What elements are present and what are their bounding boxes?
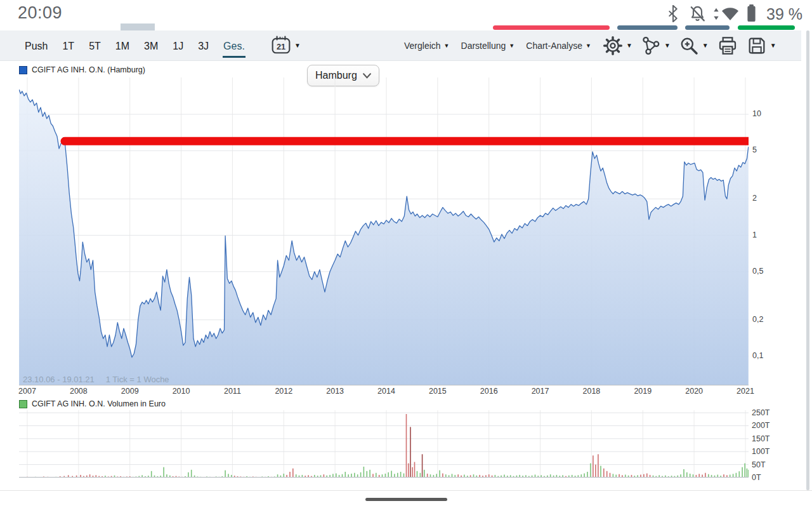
indicator-tools-button[interactable]: ▼ (641, 36, 671, 56)
chart-toolbar: Push1T5T1M3M1J3JGes. 21 ▼ Hamburg Vergle… (0, 30, 801, 61)
caret-down-icon: ▼ (294, 42, 301, 49)
toolbar-pull-tab[interactable] (121, 23, 155, 30)
home-indicator[interactable] (365, 498, 447, 501)
gear-icon (603, 36, 623, 56)
battery-percent: 39 % (766, 5, 802, 23)
price-chart[interactable] (19, 77, 749, 385)
period-tab-1m[interactable]: 1M (115, 33, 130, 58)
toolbar-menus: Vergleich▼Darstellung▼Chart-Analyse▼ (404, 30, 591, 60)
calendar-day: 21 (277, 42, 285, 51)
period-tab-ges[interactable]: Ges. (223, 33, 246, 58)
bluetooth-icon (668, 5, 678, 22)
x-axis-year-tick: 2008 (66, 387, 91, 396)
battery-icon (746, 4, 757, 22)
volume-y-tick: 50T (752, 460, 766, 469)
price-y-tick: 5 (752, 145, 757, 154)
menu-darstellung[interactable]: Darstellung▼ (461, 41, 515, 51)
bottom-divider (0, 490, 812, 491)
volume-chart[interactable] (19, 410, 749, 478)
volume-y-tick: 250T (752, 408, 770, 417)
price-y-tick: 10 (752, 109, 761, 118)
save-icon (747, 36, 767, 56)
x-axis-year-tick: 2019 (630, 387, 655, 396)
x-axis-year-tick: 2018 (579, 387, 604, 396)
status-time: 20:09 (18, 3, 62, 23)
period-tab-3j[interactable]: 3J (197, 33, 209, 58)
caret-down-icon: ▼ (702, 42, 709, 49)
pill-red (493, 25, 610, 30)
period-tabs: Push1T5T1M3M1J3JGes. (24, 30, 246, 60)
x-axis-year-tick: 2010 (169, 387, 194, 396)
period-tab-3m[interactable]: 3M (143, 33, 159, 58)
x-axis-year-tick: 2012 (271, 387, 296, 396)
scrollbar[interactable] (806, 30, 809, 490)
period-tab-5t[interactable]: 5T (88, 33, 102, 58)
price-legend-label: CGIFT AG INH. O.N. (Hamburg) (32, 65, 145, 74)
volume-y-tick: 150T (752, 434, 770, 443)
print-button[interactable] (717, 36, 738, 56)
caret-down-icon: ▼ (444, 43, 450, 49)
price-y-tick: 0,5 (752, 267, 763, 276)
x-axis-year-tick: 2014 (374, 387, 399, 396)
x-axis-year-tick: 2021 (733, 387, 758, 396)
price-legend-swatch (19, 66, 27, 74)
wifi-icon (721, 6, 740, 22)
menu-chart-analyse[interactable]: Chart-Analyse▼ (526, 41, 591, 51)
x-axis-year-tick: 2013 (322, 387, 348, 396)
menu-label: Chart-Analyse (526, 41, 582, 51)
price-legend: CGIFT AG INH. O.N. (Hamburg) (19, 65, 145, 74)
period-tab-push[interactable]: Push (24, 33, 48, 58)
data-transfer-icon (713, 6, 719, 22)
zoom-in-icon (679, 36, 699, 56)
indicator-tools-icon (641, 36, 661, 56)
x-axis-year-tick: 2017 (528, 387, 553, 396)
period-tab-1t[interactable]: 1T (62, 33, 75, 58)
pill-green (738, 25, 795, 30)
caret-down-icon: ▼ (664, 42, 671, 49)
x-axis-year-tick: 2011 (219, 387, 245, 396)
x-axis-year-tick: 2016 (476, 387, 502, 396)
menu-vergleich[interactable]: Vergleich▼ (404, 41, 450, 51)
calendar-icon: 21 (271, 36, 291, 55)
volume-legend: CGIFT AG INH. O.N. Volumen in Euro (19, 399, 166, 408)
app-screen: 20:09 39 % Push1T5T1M3M1J3JGes. 21 (0, 0, 812, 508)
x-axis-year-tick: 2009 (117, 387, 143, 396)
price-y-tick: 0,1 (752, 351, 763, 360)
caret-down-icon: ▼ (770, 42, 776, 49)
volume-y-tick: 200T (752, 421, 770, 430)
x-axis-year-tick: 2007 (15, 387, 40, 396)
chart-range-note: 23.10.06 - 19.01.211 Tick = 1 Woche (23, 375, 181, 384)
notifications-off-icon (688, 4, 707, 23)
period-tab-1j[interactable]: 1J (172, 33, 184, 58)
toolbar-icon-buttons: ▼ ▼ ▼ (603, 30, 776, 60)
price-y-tick: 1 (752, 231, 757, 239)
printer-icon (717, 36, 738, 56)
date-range: 23.10.06 - 19.01.21 (23, 375, 95, 384)
volume-legend-label: CGIFT AG INH. O.N. Volumen in Euro (32, 399, 166, 408)
caret-down-icon: ▼ (509, 43, 514, 49)
settings-button[interactable]: ▼ (603, 36, 632, 56)
caret-down-icon: ▼ (586, 43, 591, 49)
volume-y-tick: 100T (752, 447, 770, 456)
tick-note: 1 Tick = 1 Woche (106, 375, 169, 384)
zoom-button[interactable]: ▼ (679, 36, 709, 56)
volume-legend-swatch (19, 400, 27, 408)
x-axis-year-tick: 2020 (681, 387, 707, 396)
volume-y-tick: 0T (752, 473, 761, 482)
menu-label: Darstellung (461, 41, 506, 51)
price-y-tick: 0,2 (752, 315, 763, 324)
menu-label: Vergleich (404, 41, 441, 51)
calendar-button[interactable]: 21 ▼ (271, 36, 301, 55)
caret-down-icon: ▼ (626, 42, 632, 49)
pill-slate-1 (617, 25, 678, 30)
pill-slate-2 (685, 25, 730, 30)
save-button[interactable]: ▼ (747, 36, 776, 56)
price-y-tick: 2 (752, 194, 757, 203)
x-axis-year-tick: 2015 (425, 387, 450, 396)
